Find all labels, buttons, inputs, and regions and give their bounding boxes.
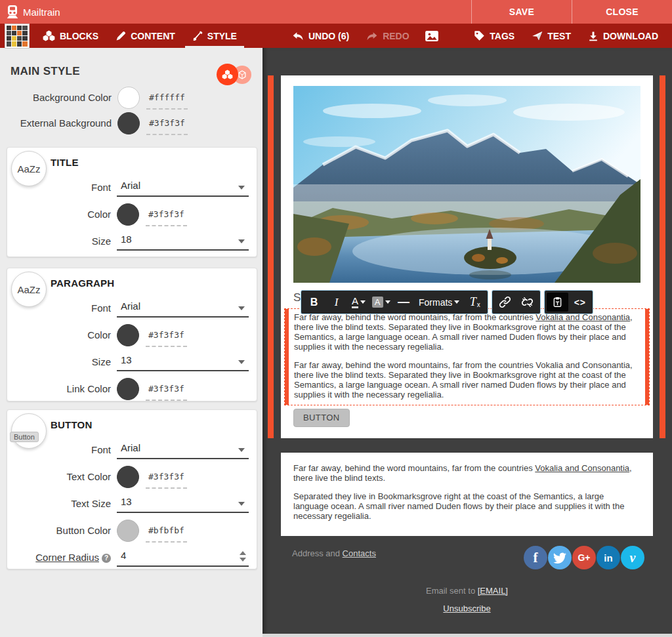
tab-content[interactable]: CONTENT [107, 24, 184, 48]
button-text-size-select[interactable]: 13 [117, 495, 249, 513]
background-color-row: Background Color #ffffff [0, 85, 203, 110]
title-size-label: Size [7, 236, 117, 247]
button-color-value[interactable]: #bfbfbf [146, 525, 187, 543]
insert-link-button[interactable] [494, 293, 516, 312]
tag-icon [474, 30, 485, 41]
paragraph-font-row: Font Arial [7, 295, 257, 321]
redo-button[interactable]: REDO [358, 24, 417, 48]
button-text-color-value[interactable]: #3f3f3f [146, 472, 187, 489]
text-color-button[interactable]: A [348, 293, 369, 312]
section-title-text[interactable]: S [293, 291, 301, 304]
chevron-down-icon [238, 448, 245, 452]
source-code-button[interactable]: <> [569, 293, 591, 312]
template-thumbnail[interactable] [5, 24, 29, 48]
external-background-swatch[interactable] [117, 112, 140, 134]
email-button[interactable]: BUTTON [293, 409, 350, 427]
button-text-size-row: Text Size 13 [7, 490, 257, 517]
google-plus-icon[interactable]: G+ [572, 546, 596, 569]
test-button[interactable]: TEST [523, 24, 579, 48]
background-color-label: Background Color [0, 92, 117, 103]
external-background-value[interactable]: #3f3f3f [146, 118, 188, 135]
button-color-swatch[interactable] [117, 520, 139, 542]
paste-as-text-button[interactable] [547, 293, 568, 312]
redo-label: REDO [383, 31, 409, 41]
email-main-block[interactable]: S B I A A — Formats Tx [281, 75, 653, 438]
external-background-label: External Background [0, 117, 117, 129]
chevron-down-icon [238, 239, 245, 243]
brand-name: Mailtrain [23, 7, 60, 18]
email-tag-link[interactable]: [EMAIL] [478, 586, 508, 596]
train-logo-icon [6, 5, 19, 19]
gallery-image-button[interactable] [418, 24, 446, 48]
step-up-icon[interactable] [240, 551, 246, 555]
redo-icon [366, 31, 378, 41]
facebook-icon[interactable]: f [524, 546, 547, 569]
formats-dropdown[interactable]: Formats [415, 293, 463, 312]
clear-formatting-button[interactable]: Tx [464, 293, 486, 312]
title-size-row: Size 18 [7, 228, 257, 255]
stepper-arrows[interactable] [240, 551, 246, 562]
title-font-select[interactable]: Arial [117, 178, 249, 197]
paragraph-font-select[interactable]: Arial [117, 299, 249, 318]
help-icon[interactable]: ? [102, 554, 111, 563]
paragraph-link-color-value[interactable]: #3f3f3f [146, 384, 187, 401]
background-color-button[interactable]: A [370, 293, 392, 312]
undo-button[interactable]: UNDO (6) [284, 24, 358, 48]
undo-icon [292, 31, 304, 41]
paragraph-link-color-swatch[interactable] [117, 378, 139, 400]
save-button[interactable]: SAVE [471, 0, 572, 24]
vimeo-icon[interactable]: v [621, 546, 644, 569]
tags-button[interactable]: TAGS [465, 24, 523, 48]
format-group: B I A A — Formats Tx [301, 290, 488, 314]
remove-link-button[interactable] [516, 293, 538, 312]
paragraph-1[interactable]: Far far away, behind the word mountains,… [293, 463, 640, 483]
paragraph-2[interactable]: Far far away, behind the word mountains,… [294, 360, 636, 400]
hero-image[interactable] [293, 86, 640, 283]
paragraph-color-row: Color #3f3f3f [7, 321, 257, 348]
tab-style[interactable]: STYLE [184, 24, 245, 48]
link-group [492, 290, 541, 314]
selected-text-block[interactable]: Far far away, behind the word mountains,… [284, 308, 650, 405]
unsubscribe-line: Unsubscribe [281, 604, 653, 613]
step-down-icon[interactable] [240, 558, 246, 562]
text-link[interactable]: Vokalia and Consonantia [535, 463, 629, 473]
tab-style-label: STYLE [207, 31, 237, 41]
external-background-row: External Background #3f3f3f [0, 110, 203, 136]
title-size-select[interactable]: 18 [117, 232, 249, 251]
corner-radius-label[interactable]: Corner Radius [35, 552, 99, 563]
main-style-rows: Background Color #ffffff External Backgr… [0, 85, 203, 136]
paragraph-2[interactable]: Separated they live in Bookmarksgrove ri… [293, 491, 640, 521]
title-color-swatch[interactable] [117, 203, 139, 226]
paragraph-color-value[interactable]: #3f3f3f [146, 330, 187, 347]
background-color-swatch[interactable] [117, 87, 140, 109]
chevron-down-icon [454, 300, 459, 304]
horizontal-rule-button[interactable]: — [392, 293, 414, 312]
tab-content-label: CONTENT [131, 31, 175, 41]
button-text-color-swatch[interactable] [117, 466, 139, 488]
button-color-row: Button Color #bfbfbf [7, 517, 257, 544]
bottom-scrollbar-track[interactable] [262, 634, 672, 637]
paragraph-size-select[interactable]: 13 [117, 353, 249, 371]
contacts-link[interactable]: Contacts [343, 548, 376, 558]
paragraph-card-heading: PARAGRAPH [51, 277, 114, 289]
title-color-value[interactable]: #3f3f3f [146, 209, 187, 226]
close-button[interactable]: CLOSE [572, 0, 672, 24]
tab-blocks[interactable]: BLOCKS [34, 24, 107, 48]
email-sent-line: Email sent to [EMAIL] [281, 586, 653, 596]
tab-blocks-label: BLOCKS [60, 31, 98, 41]
button-text-color-label: Text Color [7, 471, 117, 482]
linkedin-icon[interactable]: in [597, 546, 620, 569]
download-button[interactable]: DOWNLOAD [579, 24, 667, 48]
corner-radius-stepper[interactable]: 4 [117, 548, 249, 567]
italic-button[interactable]: I [326, 293, 347, 312]
bold-button[interactable]: B [303, 293, 325, 312]
paragraph-color-swatch[interactable] [117, 324, 139, 346]
button-font-select[interactable]: Arial [117, 441, 249, 459]
email-text-block[interactable]: Far far away, behind the word mountains,… [281, 453, 653, 536]
button-card-heading: BUTTON [51, 419, 92, 430]
unsubscribe-link[interactable]: Unsubscribe [443, 604, 490, 613]
blocks-mode-toggle[interactable] [217, 64, 238, 85]
twitter-icon[interactable] [548, 546, 572, 569]
background-color-value[interactable]: #ffffff [146, 92, 188, 110]
paragraph-1[interactable]: Far far away, behind the word mountains,… [294, 312, 636, 352]
